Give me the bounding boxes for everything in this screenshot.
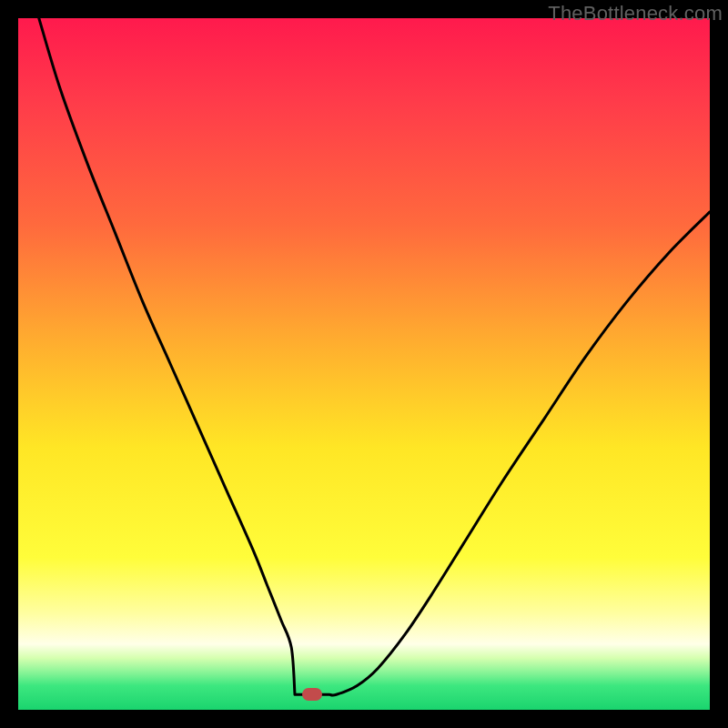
bottleneck-chart	[18, 18, 710, 710]
chart-frame	[18, 18, 710, 710]
optimal-point-marker	[302, 688, 322, 701]
watermark-text: TheBottleneck.com	[548, 2, 723, 25]
gradient-background	[18, 18, 710, 710]
